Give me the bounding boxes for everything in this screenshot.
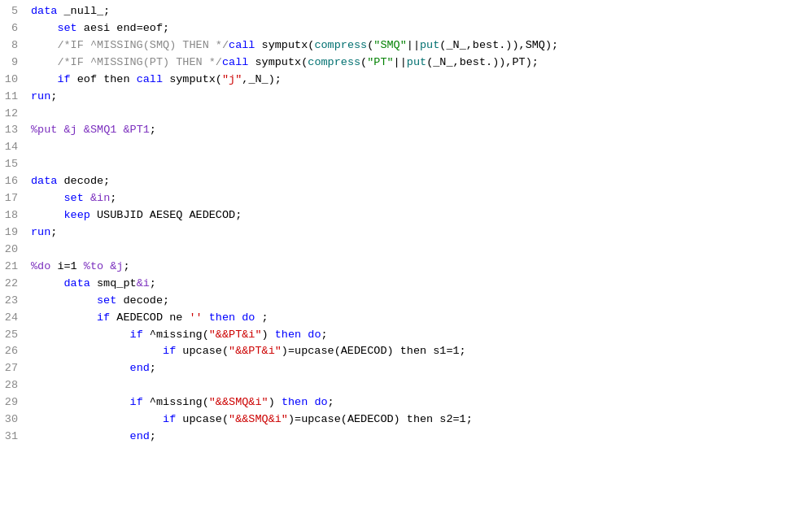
code-editor: 5689101112131415161718192021222324252627… bbox=[0, 0, 812, 531]
line-number: 11 bbox=[3, 89, 18, 106]
line-number: 12 bbox=[3, 106, 18, 123]
code-line: if eof then call symputx("j",_N_); bbox=[31, 72, 812, 89]
code-line: set decode; bbox=[31, 293, 812, 310]
code-line: run; bbox=[31, 89, 812, 106]
line-number: 14 bbox=[3, 139, 18, 156]
line-number: 6 bbox=[3, 20, 18, 37]
code-line bbox=[31, 242, 812, 259]
line-number: 22 bbox=[3, 276, 18, 293]
line-number: 26 bbox=[3, 343, 18, 360]
line-numbers: 5689101112131415161718192021222324252627… bbox=[0, 3, 23, 528]
code-line: data _null_; bbox=[31, 3, 812, 20]
code-line: if AEDECOD ne '' then do ; bbox=[31, 310, 812, 327]
code-line bbox=[31, 139, 812, 156]
code-line: %put &j &SMQ1 &PT1; bbox=[31, 122, 812, 139]
code-line: /*IF ^MISSING(PT) THEN */call symputx(co… bbox=[31, 54, 812, 72]
line-number: 31 bbox=[3, 429, 18, 446]
line-number: 17 bbox=[3, 190, 18, 207]
line-number: 16 bbox=[3, 173, 18, 190]
line-number: 29 bbox=[3, 394, 18, 411]
line-number: 30 bbox=[3, 411, 18, 429]
code-line: end; bbox=[31, 429, 812, 446]
code-line: if ^missing("&&PT&i") then do; bbox=[31, 327, 812, 344]
code-line: if ^missing("&&SMQ&i") then do; bbox=[31, 394, 812, 411]
line-number: 25 bbox=[3, 327, 18, 344]
line-number: 20 bbox=[3, 242, 18, 259]
line-number: 10 bbox=[3, 72, 18, 89]
line-number: 24 bbox=[3, 310, 18, 327]
code-line: /*IF ^MISSING(SMQ) THEN */call symputx(c… bbox=[31, 37, 812, 54]
code-line: data decode; bbox=[31, 173, 812, 190]
code-line: set &in; bbox=[31, 190, 812, 207]
line-number: 23 bbox=[3, 293, 18, 310]
line-number: 9 bbox=[3, 54, 18, 72]
code-line bbox=[31, 106, 812, 123]
line-number: 8 bbox=[3, 37, 18, 54]
code-line bbox=[31, 156, 812, 173]
code-line: run; bbox=[31, 224, 812, 242]
code-line: if upcase("&&PT&i")=upcase(AEDECOD) then… bbox=[31, 343, 812, 360]
line-number: 19 bbox=[3, 224, 18, 242]
code-line: if upcase("&&SMQ&i")=upcase(AEDECOD) the… bbox=[31, 411, 812, 429]
code-line bbox=[31, 377, 812, 394]
code-line: keep USUBJID AESEQ AEDECOD; bbox=[31, 207, 812, 224]
line-number: 21 bbox=[3, 259, 18, 276]
code-line: data smq_pt&i; bbox=[31, 276, 812, 293]
line-number: 5 bbox=[3, 3, 18, 20]
line-number: 13 bbox=[3, 122, 18, 139]
line-number: 18 bbox=[3, 207, 18, 224]
line-number: 27 bbox=[3, 360, 18, 377]
code-line: end; bbox=[31, 360, 812, 377]
line-number: 28 bbox=[3, 377, 18, 394]
code-line: %do i=1 %to &j; bbox=[31, 259, 812, 276]
code-content[interactable]: data _null_; set aesi end=eof; /*IF ^MIS… bbox=[23, 3, 812, 528]
code-line: set aesi end=eof; bbox=[31, 20, 812, 37]
line-number: 15 bbox=[3, 156, 18, 173]
